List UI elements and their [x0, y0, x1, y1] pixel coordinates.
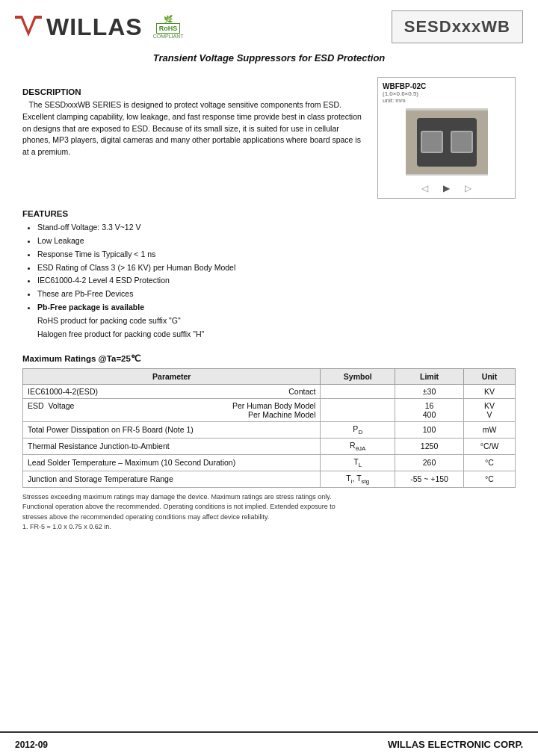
footer-company: WILLAS ELECTRONIC CORP. [388, 739, 523, 750]
table-header-row: Parameter Symbol Limit Unit [23, 368, 516, 384]
part-number-box: SESDxxxWB [392, 10, 523, 43]
param-contact: Contact [288, 387, 315, 396]
header: WILLAS 🌿 RoHS COMPLIANT SESDxxxWB [0, 0, 538, 49]
inner-table: ESD Voltage Per Human Body Model Per Mac… [28, 401, 315, 419]
param-cell: Junction and Storage Temperature Range [23, 471, 321, 487]
symbol-cell [321, 398, 395, 421]
symbol-cell: RθJA [321, 438, 395, 454]
col-limit: Limit [395, 368, 464, 384]
rohs-leaf-icon: 🌿 [164, 15, 173, 23]
unit-cell: °C/W [464, 438, 516, 454]
param-cell: Lead Solder Temperature – Maximum (10 Se… [23, 454, 321, 471]
col-unit: Unit [464, 368, 516, 384]
symbol-cell: Ti, Tstg [321, 471, 395, 487]
unit-cell: KVV [464, 398, 516, 421]
limit-cell: 260 [395, 454, 464, 471]
list-item: Stand-off Voltage: 3.3 V~12 V [37, 221, 516, 235]
note-line: Functional operation above the recommend… [22, 502, 516, 512]
inner-row: Per Machine Model [28, 410, 315, 419]
rohs-badge: 🌿 RoHS COMPLIANT [153, 15, 184, 39]
footer: 2012-09 WILLAS ELECTRONIC CORP. [0, 731, 538, 756]
main-content: DESCRIPTION The SESDxxxWB SERIES is desi… [0, 72, 538, 731]
mm-label: Per Machine Model [172, 410, 316, 419]
limit-cell: 1250 [395, 438, 464, 454]
unit-cell: °C [464, 471, 516, 487]
list-item: Response Time is Typically < 1 ns [37, 248, 516, 261]
pb-free-note1: RoHS product for packing code suffix "G" [22, 315, 516, 328]
list-item: ESD Rating of Class 3 (> 16 KV) per Huma… [37, 261, 516, 275]
param-name: IEC61000-4-2(ESD) [28, 387, 98, 396]
empty-cell [28, 410, 172, 419]
image-dimensions: (1.0×0.6×0.5) [383, 90, 418, 97]
param-cell: Total Power Dissipation on FR-5 Board (N… [23, 421, 321, 438]
chip-image-box: WBFBP-02C (1.0×0.6×0.5) unit: mm ◁ ▶ ▷ [377, 77, 516, 199]
willas-logo-icon [15, 16, 42, 38]
features-title: FEATURES [22, 209, 516, 218]
subtitle: Transient Voltage Suppressors for ESD Pr… [0, 49, 538, 72]
limit-cell: ±30 [395, 384, 464, 398]
svg-marker-0 [15, 16, 42, 37]
list-item: IEC61000-4-2 Level 4 ESD Protection [37, 274, 516, 288]
company-name: WILLAS [46, 13, 143, 41]
table-row: IEC61000-4-2(ESD) Contact ±30 KV [23, 384, 516, 398]
features-section: FEATURES Stand-off Voltage: 3.3 V~12 V L… [22, 209, 516, 341]
unit-cell: mW [464, 421, 516, 438]
description-title: DESCRIPTION [22, 87, 365, 96]
note-line: 1. FR-5 = 1.0 x 0.75 x 0.62 in. [22, 522, 516, 533]
max-ratings-table: Parameter Symbol Limit Unit IEC61000-4-2… [22, 368, 516, 488]
table-row: Junction and Storage Temperature Range T… [23, 471, 516, 487]
prev-icon[interactable]: ◁ [421, 183, 428, 193]
table-row: Lead Solder Temperature – Maximum (10 Se… [23, 454, 516, 471]
param-cell: IEC61000-4-2(ESD) Contact [23, 384, 321, 398]
list-item: Low Leakage [37, 235, 516, 248]
description-text: The SESDxxxWB SERIES is designed to prot… [22, 99, 365, 158]
note-line: Stresses exceeding maximum ratings may d… [22, 492, 516, 503]
play-icon[interactable]: ▶ [443, 183, 450, 193]
list-item: Pb-Free package is available [37, 301, 516, 315]
inner-row: ESD Voltage Per Human Body Model [28, 401, 315, 410]
col-parameter: Parameter [23, 368, 321, 384]
note-line: stresses above the recommended operating… [22, 512, 516, 523]
image-label: WBFBP-02C [383, 82, 426, 90]
table-row: ESD Voltage Per Human Body Model Per Mac… [23, 398, 516, 421]
unit-cell: KV [464, 384, 516, 398]
col-symbol: Symbol [321, 368, 395, 384]
next-icon[interactable]: ▷ [465, 183, 471, 193]
symbol-cell [321, 384, 395, 398]
table-row: Thermal Resistance Junction-to-Ambient R… [23, 438, 516, 454]
pb-free-note2: Halogen free product for packing code su… [22, 328, 516, 341]
symbol-cell: TL [321, 454, 395, 471]
chip-photo [406, 108, 488, 176]
esd-voltage-label: ESD Voltage [28, 401, 172, 410]
table-notes: Stresses exceeding maximum ratings may d… [22, 492, 516, 533]
list-item: These are Pb-Free Devices [37, 288, 516, 301]
features-list: Stand-off Voltage: 3.3 V~12 V Low Leakag… [22, 221, 516, 315]
image-navigation: ◁ ▶ ▷ [421, 183, 471, 193]
logo-area: WILLAS 🌿 RoHS COMPLIANT [15, 13, 183, 41]
limit-cell: 100 [395, 421, 464, 438]
footer-date: 2012-09 [15, 740, 48, 750]
limit-cell: -55 ~ +150 [395, 471, 464, 487]
symbol-cell: PD [321, 421, 395, 438]
rohs-compliant-label: COMPLIANT [153, 34, 184, 39]
image-unit: unit: mm [383, 97, 406, 104]
max-ratings-title: Maximum Ratings @Ta=25℃ [22, 353, 516, 364]
param-cell: Thermal Resistance Junction-to-Ambient [23, 438, 321, 454]
unit-cell: °C [464, 454, 516, 471]
limit-cell: 16400 [395, 398, 464, 421]
description-column: DESCRIPTION The SESDxxxWB SERIES is desi… [22, 77, 365, 199]
param-cell: ESD Voltage Per Human Body Model Per Mac… [23, 398, 321, 421]
rohs-label: RoHS [156, 23, 181, 34]
table-row: Total Power Dissipation on FR-5 Board (N… [23, 421, 516, 438]
hbm-label: Per Human Body Model [172, 401, 316, 410]
description-row: DESCRIPTION The SESDxxxWB SERIES is desi… [22, 77, 516, 199]
